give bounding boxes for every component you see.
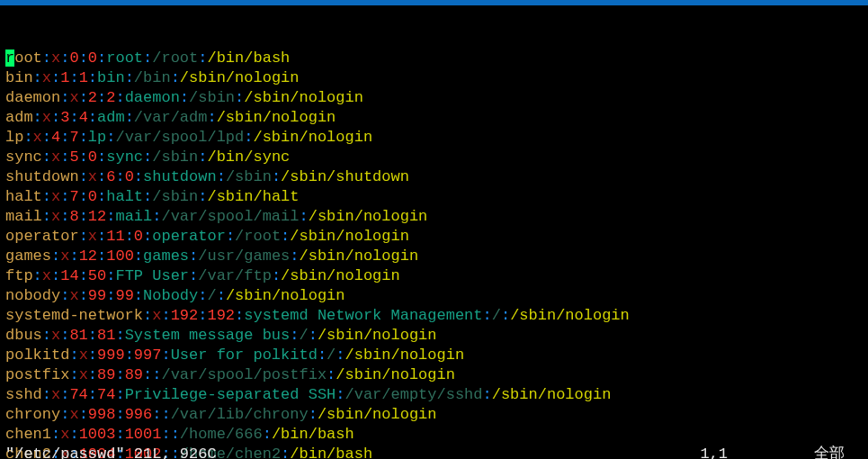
terminal-viewport[interactable]: root:x:0:0:root:/root:/bin/bashbin:x:1:1… [0,5,868,459]
passwd-entry: bin:x:1:1:bin:/bin:/sbin/nologin [5,68,863,88]
passwd-entry: ftp:x:14:50:FTP User:/var/ftp:/sbin/nolo… [5,266,863,286]
passwd-entry: mail:x:8:12:mail:/var/spool/mail:/sbin/n… [5,207,863,227]
passwd-entry: systemd-network:x:192:192:systemd Networ… [5,306,863,326]
passwd-entry: adm:x:3:4:adm:/var/adm:/sbin/nologin [5,108,863,128]
passwd-entry: operator:x:11:0:operator:/root:/sbin/nol… [5,227,863,247]
passwd-entry: shutdown:x:6:0:shutdown:/sbin:/sbin/shut… [5,167,863,187]
passwd-entry: lp:x:4:7:lp:/var/spool/lpd:/sbin/nologin [5,128,863,148]
status-position: 1,1 [700,445,728,459]
passwd-entry: postfix:x:89:89::/var/spool/postfix:/sbi… [5,365,863,385]
passwd-entry: games:x:12:100:games:/usr/games:/sbin/no… [5,247,863,266]
passwd-entry: dbus:x:81:81:System message bus:/:/sbin/… [5,326,863,346]
passwd-entry: halt:x:7:0:halt:/sbin:/sbin/halt [5,187,863,207]
passwd-entry: daemon:x:2:2:daemon:/sbin:/sbin/nologin [5,88,863,108]
passwd-entry: sync:x:5:0:sync:/sbin:/bin/sync [5,148,863,167]
passwd-entry: chen1:x:1003:1001::/home/666:/bin/bash [5,425,863,445]
passwd-entry: sshd:x:74:74:Privilege-separated SSH:/va… [5,385,863,405]
status-percent: 全部 [814,445,845,459]
passwd-entry: root:x:0:0:root:/root:/bin/bash [5,49,863,68]
passwd-entry: chrony:x:998:996::/var/lib/chrony:/sbin/… [5,405,863,425]
passwd-entry: nobody:x:99:99:Nobody:/:/sbin/nologin [5,286,863,306]
vim-status-bar: "/etc/passwd" 21L, 926C 1,1 全部 [5,445,863,459]
status-filename: "/etc/passwd" 21L, 926C [5,445,217,459]
passwd-entry: polkitd:x:999:997:User for polkitd:/:/sb… [5,346,863,365]
